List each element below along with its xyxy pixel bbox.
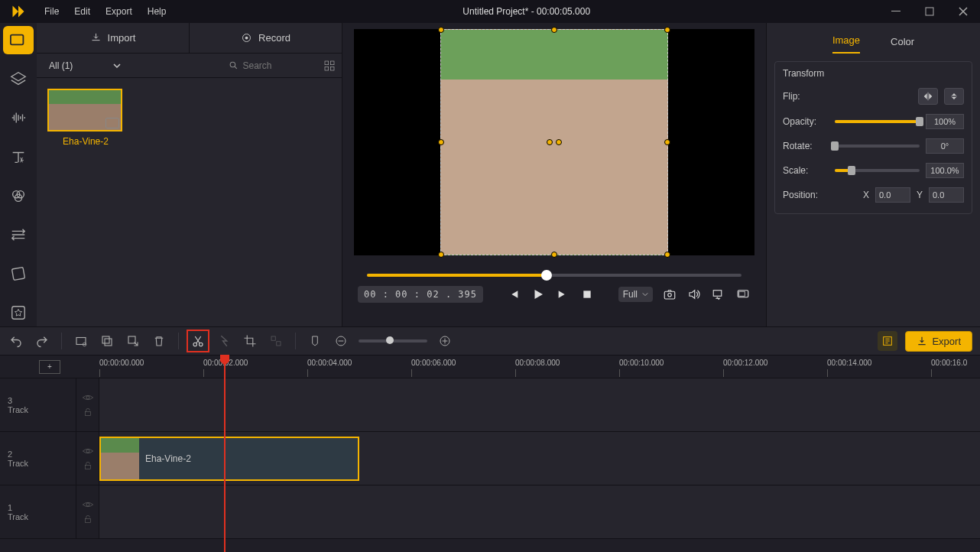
marker-button[interactable] — [307, 333, 323, 349]
timeline-clip[interactable]: Eha-Vine-2 — [99, 437, 359, 481]
menu-edit[interactable]: Edit — [67, 0, 98, 23]
media-tab-icon[interactable] — [3, 26, 34, 54]
chevron-down-icon — [113, 62, 121, 70]
transform-title: Transform — [783, 68, 964, 79]
export-icon — [917, 336, 927, 346]
chevron-down-icon — [642, 291, 648, 297]
pos-x-input[interactable]: 0.0 — [875, 187, 910, 203]
split-button-highlighted[interactable] — [187, 330, 209, 352]
svg-rect-29 — [271, 336, 275, 340]
stop-button[interactable] — [579, 287, 595, 302]
menu-help[interactable]: Help — [140, 0, 174, 23]
lock-icon[interactable] — [83, 407, 93, 417]
menu-export[interactable]: Export — [98, 0, 140, 23]
opacity-value[interactable]: 100% — [926, 114, 964, 129]
svg-rect-1 — [926, 8, 933, 15]
crop-button[interactable] — [242, 333, 258, 349]
timeline-ruler[interactable]: + 00:00:00.000 00:00:02.000 00:00:04.000… — [0, 356, 980, 378]
transitions-tab-icon[interactable] — [3, 220, 34, 248]
flip-vertical-button[interactable] — [944, 88, 964, 105]
playhead[interactable] — [224, 356, 226, 552]
layers-tab-icon[interactable] — [3, 65, 34, 93]
undo-button[interactable] — [8, 333, 24, 349]
record-label: Record — [258, 32, 290, 44]
scale-value[interactable]: 100.0% — [926, 163, 964, 178]
speed-button — [216, 333, 232, 349]
volume-button[interactable] — [686, 287, 702, 302]
media-filter-dropdown[interactable]: All (1) — [43, 60, 127, 71]
lock-icon[interactable] — [83, 460, 93, 471]
timecode-display: 00 : 00 : 02 . 395 — [358, 286, 483, 303]
track-body[interactable] — [99, 378, 980, 431]
add-track-button[interactable]: + — [39, 360, 60, 374]
opacity-slider[interactable] — [835, 120, 920, 123]
delete-button[interactable] — [151, 333, 167, 349]
cut-tool-button[interactable] — [73, 333, 89, 349]
close-button[interactable] — [946, 0, 980, 23]
visibility-icon[interactable] — [82, 446, 94, 456]
media-panel: Import Record All (1) Eha-Vine-2 — [37, 23, 342, 326]
title-bar: File Edit Export Help Untitled Project* … — [0, 0, 980, 23]
visibility-icon[interactable] — [82, 393, 94, 402]
redo-button[interactable] — [34, 333, 50, 349]
view-grid-icon[interactable] — [323, 60, 336, 72]
rotate-slider[interactable] — [835, 144, 920, 148]
maximize-button[interactable] — [913, 0, 946, 23]
preview-frame[interactable] — [440, 29, 668, 255]
snapshot-button[interactable] — [662, 287, 677, 302]
menu-file[interactable]: File — [37, 0, 67, 23]
track-body[interactable]: Eha-Vine-2 — [99, 432, 980, 485]
media-search[interactable] — [229, 60, 318, 71]
svg-rect-12 — [325, 67, 329, 70]
pos-x-label: X — [863, 190, 869, 200]
adjust-button — [268, 333, 284, 349]
zoom-in-button[interactable] — [436, 333, 453, 349]
export-button[interactable]: Export — [905, 331, 972, 352]
record-tab[interactable]: Record — [189, 23, 342, 53]
render-button[interactable] — [878, 331, 897, 351]
audio-tab-icon[interactable] — [3, 104, 34, 132]
app-logo — [0, 0, 37, 23]
search-input[interactable] — [243, 60, 289, 71]
fit-dropdown[interactable]: Full — [618, 287, 653, 302]
props-tab-image[interactable]: Image — [832, 34, 860, 54]
timeline-toolbar: Export — [0, 326, 980, 356]
minimize-button[interactable] — [879, 0, 913, 23]
zoom-slider[interactable] — [359, 339, 427, 343]
svg-rect-17 — [713, 291, 722, 297]
media-thumbnail[interactable]: Eha-Vine-2 — [47, 89, 124, 147]
pos-y-input[interactable]: 0.0 — [929, 187, 964, 203]
effects-tab-icon[interactable] — [3, 259, 34, 287]
filters-tab-icon[interactable] — [3, 182, 34, 210]
position-label: Position: — [783, 190, 829, 200]
next-frame-button[interactable] — [555, 287, 570, 302]
text-tab-icon[interactable] — [3, 143, 34, 171]
scale-slider[interactable] — [835, 169, 920, 172]
rotate-value[interactable]: 0° — [926, 138, 964, 154]
fullscreen-button[interactable] — [735, 287, 751, 302]
paste-button[interactable] — [125, 333, 141, 349]
preview-progress[interactable] — [367, 274, 741, 277]
visibility-icon[interactable] — [82, 500, 94, 509]
record-icon — [241, 32, 252, 44]
flip-horizontal-button[interactable] — [918, 88, 938, 105]
thumbnail-label: Eha-Vine-2 — [47, 136, 124, 147]
favorites-tab-icon[interactable] — [3, 298, 34, 326]
clip-thumbnail — [101, 438, 139, 479]
lock-icon[interactable] — [83, 514, 93, 524]
track-number: 3 — [8, 396, 76, 405]
svg-rect-6 — [12, 306, 25, 319]
zoom-out-button[interactable] — [333, 333, 349, 349]
props-tab-color[interactable]: Color — [891, 36, 914, 54]
svg-rect-14 — [584, 291, 591, 297]
track-body[interactable] — [99, 485, 980, 538]
copy-button[interactable] — [99, 333, 115, 349]
import-tab[interactable]: Import — [37, 23, 189, 53]
play-button[interactable] — [531, 287, 546, 302]
preview-canvas[interactable] — [354, 29, 754, 255]
track-label: Track — [8, 459, 76, 468]
detach-button[interactable] — [711, 287, 726, 302]
svg-rect-30 — [277, 342, 281, 346]
prev-frame-button[interactable] — [506, 287, 521, 302]
svg-rect-25 — [105, 339, 112, 346]
